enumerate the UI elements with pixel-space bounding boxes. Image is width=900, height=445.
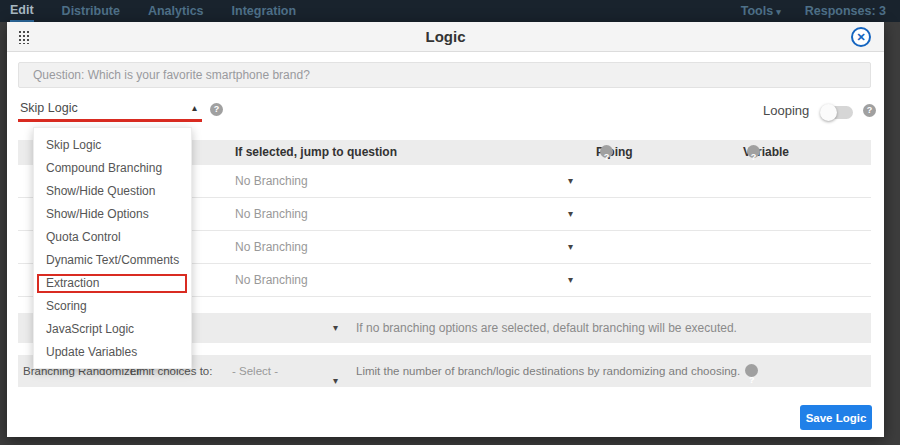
chevron-down-icon[interactable]: ▾ bbox=[568, 241, 573, 252]
top-navbar: Edit Distribute Analytics Integration To… bbox=[0, 0, 900, 22]
chevron-up-icon: ▴ bbox=[192, 102, 197, 113]
nav-tab-analytics[interactable]: Analytics bbox=[148, 1, 204, 21]
chevron-down-icon[interactable]: ▾ bbox=[333, 322, 338, 333]
looping-help-icon[interactable]: ? bbox=[863, 104, 876, 117]
nav-tab-distribute[interactable]: Distribute bbox=[62, 1, 120, 21]
nav-tab-edit[interactable]: Edit bbox=[10, 0, 34, 22]
looping-toggle[interactable] bbox=[822, 106, 853, 119]
branching-select[interactable]: No Branching bbox=[235, 165, 308, 197]
close-icon[interactable]: ✕ bbox=[851, 27, 871, 47]
randomizer-help-icon[interactable]: ? bbox=[745, 364, 758, 377]
randomizer-note-text: Limit the number of branch/logic destina… bbox=[356, 365, 740, 377]
logic-type-help-icon[interactable]: ? bbox=[210, 103, 223, 116]
tools-label: Tools bbox=[741, 4, 773, 18]
looping-label: Looping bbox=[763, 103, 809, 118]
chevron-down-icon[interactable]: ▾ bbox=[333, 365, 338, 397]
logic-modal: Logic ✕ Question: Which is your favorite… bbox=[7, 22, 884, 437]
dropdown-item-update-variables[interactable]: Update Variables bbox=[34, 341, 191, 364]
dropdown-item-show-hide-options[interactable]: Show/Hide Options bbox=[34, 203, 191, 226]
branching-select[interactable]: No Branching bbox=[235, 264, 308, 296]
dropdown-item-quota-control[interactable]: Quota Control bbox=[34, 226, 191, 249]
modal-title: Logic bbox=[7, 22, 884, 52]
tools-menu[interactable]: Tools▾ bbox=[741, 1, 781, 22]
dropdown-item-dynamic-text-comments[interactable]: Dynamic Text/Comments bbox=[34, 249, 191, 272]
chevron-down-icon: ▾ bbox=[776, 7, 781, 17]
question-label: Question: Which is your favorite smartph… bbox=[18, 62, 871, 88]
dropdown-item-scoring[interactable]: Scoring bbox=[34, 295, 191, 318]
modal-header: Logic ✕ bbox=[7, 22, 884, 52]
logic-type-select[interactable]: Skip Logic ▴ bbox=[18, 98, 202, 122]
responses-count[interactable]: Responses: 3 bbox=[805, 1, 886, 21]
randomizer-select[interactable]: - Select - bbox=[232, 355, 278, 387]
randomizer-note: Limit the number of branch/logic destina… bbox=[356, 355, 758, 387]
branching-select[interactable]: No Branching bbox=[235, 198, 308, 230]
dropdown-item-skip-logic[interactable]: Skip Logic bbox=[34, 134, 191, 157]
dropdown-item-javascript-logic[interactable]: JavaScript Logic bbox=[34, 318, 191, 341]
column-header-jump: If selected, jump to question bbox=[235, 140, 397, 165]
chevron-down-icon[interactable]: ▾ bbox=[568, 208, 573, 219]
branching-select[interactable]: No Branching bbox=[235, 231, 308, 263]
logic-type-value: Skip Logic bbox=[18, 98, 202, 118]
dropdown-item-show-hide-question[interactable]: Show/Hide Question bbox=[34, 180, 191, 203]
drag-handle-icon[interactable] bbox=[18, 30, 29, 44]
nav-tab-integration[interactable]: Integration bbox=[232, 1, 297, 21]
column-header-piping: Piping Text? bbox=[596, 140, 613, 165]
chevron-down-icon[interactable]: ▾ bbox=[568, 274, 573, 285]
toggle-knob bbox=[820, 104, 837, 121]
logic-type-dropdown-menu: Skip Logic Compound Branching Show/Hide … bbox=[33, 127, 192, 369]
dropdown-item-compound-branching[interactable]: Compound Branching bbox=[34, 157, 191, 180]
chevron-down-icon[interactable]: ▾ bbox=[568, 175, 573, 186]
save-logic-button[interactable]: Save Logic bbox=[800, 405, 872, 430]
column-header-variable: Variable Assignment? bbox=[743, 140, 760, 165]
default-branching-note: If no branching options are selected, de… bbox=[356, 313, 737, 343]
dropdown-item-extraction[interactable]: Extraction bbox=[37, 274, 187, 293]
